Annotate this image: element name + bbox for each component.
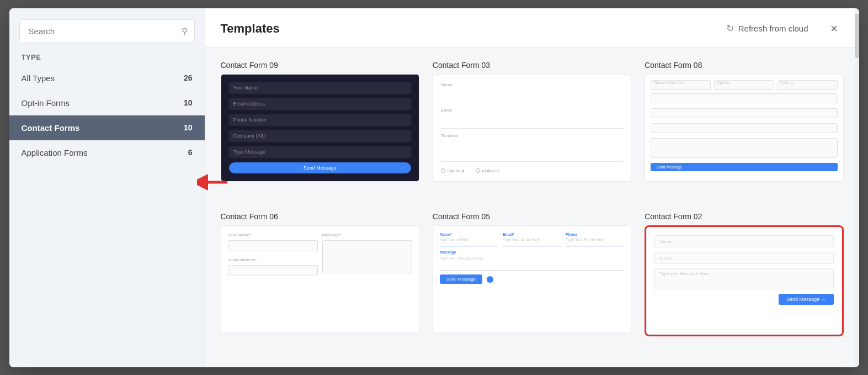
- filter-count-optin: 10: [184, 98, 193, 107]
- scrollbar-thumb[interactable]: [855, 14, 859, 58]
- filter-label-optin: Opt-in Forms: [22, 98, 70, 108]
- template-preview-03[interactable]: Name Email Textarea: [433, 74, 631, 182]
- template-card-contact-form-05[interactable]: Contact Form 05 Name* Your Name Here Ema…: [433, 212, 631, 354]
- filter-count-application: 6: [188, 148, 193, 157]
- filter-list: All Types 26 Opt-in Forms 10 Contact For…: [9, 66, 205, 165]
- form02-email-input: E mail: [654, 252, 833, 264]
- form03-radios: Option A Option D: [441, 168, 623, 173]
- template-preview-05[interactable]: Name* Your Name Here Email* Type Your Em…: [433, 225, 631, 333]
- template-title-08: Contact Form 08: [645, 61, 843, 74]
- form06-row: Your Name* email address* Message*: [228, 233, 412, 276]
- refresh-label: Refresh from cloud: [738, 24, 808, 33]
- dark-field-phone: Phone Number: [229, 114, 411, 126]
- form03-field-name: Name: [441, 82, 623, 103]
- filter-label-contact: Contact Forms: [22, 123, 80, 133]
- form02-name-input: Name: [654, 235, 833, 247]
- form08-textarea: [651, 138, 837, 158]
- search-input[interactable]: [19, 19, 195, 43]
- filter-count-contact: 10: [184, 123, 193, 132]
- filter-label-all: All Types: [22, 73, 55, 83]
- form08-input-name: [651, 93, 837, 103]
- sidebar: ⚲ Type All Types 26 Opt-in Forms 10 Cont…: [9, 8, 205, 367]
- template-card-contact-form-03[interactable]: Contact Form 03 Name Email: [433, 61, 631, 199]
- form08-send-button: Send Message: [651, 163, 837, 171]
- filter-item-application[interactable]: Application Forms 6: [9, 140, 205, 165]
- template-title-06: Contact Form 06: [221, 212, 419, 225]
- form05-send-row: Send Message: [440, 274, 624, 284]
- template-title-09: Contact Form 09: [221, 61, 419, 74]
- template-preview-06[interactable]: Your Name* email address* Message*: [221, 225, 419, 333]
- filter-item-contact[interactable]: Contact Forms 10: [9, 115, 205, 140]
- form03-field-textarea: Textarea: [441, 133, 623, 162]
- main-content: Templates ↻ Refresh from cloud × Contact…: [205, 8, 859, 367]
- template-title-02: Contact Form 02: [645, 212, 843, 225]
- form02-send-button: Send Message →: [779, 294, 834, 305]
- form03-field-email: Email: [441, 108, 623, 129]
- search-icon: ⚲: [182, 26, 188, 36]
- dark-field-email: Email Address: [229, 98, 411, 110]
- dark-field-name: Your Name: [229, 82, 411, 94]
- template-title-03: Contact Form 03: [433, 61, 631, 74]
- filter-count-all: 26: [184, 73, 193, 82]
- template-card-contact-form-09[interactable]: Contact Form 09 Your Name Email Address …: [221, 61, 419, 199]
- scrollbar[interactable]: [855, 8, 859, 367]
- dark-field-message: Type Message: [229, 146, 411, 158]
- form02-message-textarea: Type your Message Here...: [654, 268, 833, 289]
- template-preview-08[interactable]: Please Select One Options Options Send M…: [645, 74, 843, 182]
- page-title: Templates: [221, 22, 280, 36]
- filter-item-optin[interactable]: Opt-in Forms 10: [9, 91, 205, 115]
- templates-grid: Contact Form 09 Your Name Email Address …: [205, 47, 859, 367]
- template-preview-09[interactable]: Your Name Email Address Phone Number Com…: [221, 74, 419, 182]
- template-card-contact-form-06[interactable]: Contact Form 06 Your Name* email address…: [221, 212, 419, 354]
- header-actions: ↻ Refresh from cloud ×: [721, 19, 844, 38]
- template-title-05: Contact Form 05: [433, 212, 631, 225]
- dark-send-button: Send Message: [229, 162, 411, 173]
- refresh-icon: ↻: [726, 23, 734, 34]
- form05-message-field: Message Type Your Message Here: [440, 250, 624, 271]
- refresh-button[interactable]: ↻ Refresh from cloud: [721, 19, 814, 38]
- template-card-contact-form-08[interactable]: Contact Form 08 Please Select One Option…: [645, 61, 843, 199]
- template-card-contact-form-02[interactable]: Contact Form 02 Name E mail Type your Me…: [645, 212, 843, 354]
- search-box: ⚲: [19, 19, 195, 43]
- modal: ⚲ Type All Types 26 Opt-in Forms 10 Cont…: [9, 8, 859, 367]
- main-header: Templates ↻ Refresh from cloud ×: [205, 8, 859, 47]
- template-preview-02[interactable]: Name E mail Type your Message Here... Se…: [645, 225, 843, 336]
- arrow-indicator: [197, 171, 230, 196]
- form08-row-selects: Please Select One Options Options: [651, 80, 837, 90]
- form05-row-fields: Name* Your Name Here Email* Type Your Em…: [440, 233, 624, 246]
- form08-input-email: [651, 108, 837, 118]
- close-button[interactable]: ×: [825, 19, 844, 38]
- type-label: Type: [9, 53, 205, 66]
- filter-label-application: Application Forms: [22, 148, 88, 157]
- form08-input-phone: [651, 123, 837, 133]
- dark-field-company: Company (Alt): [229, 130, 411, 142]
- filter-item-all[interactable]: All Types 26: [9, 66, 205, 91]
